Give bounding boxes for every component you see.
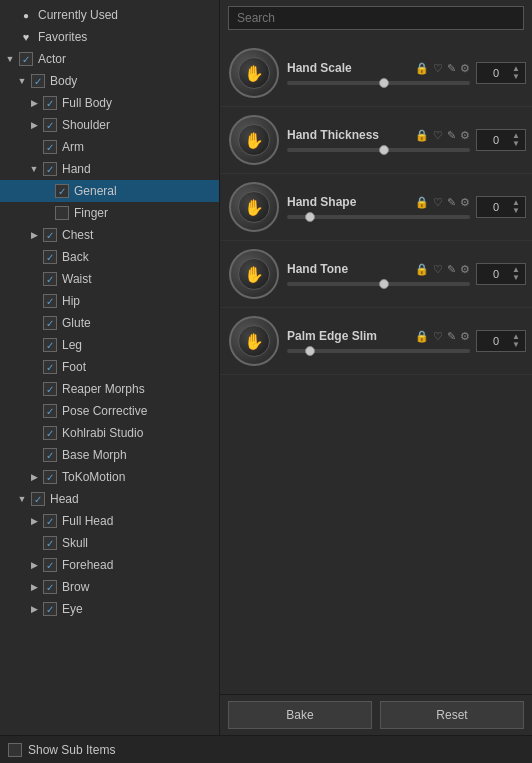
dial-hand-scale[interactable]: ✋	[226, 44, 281, 102]
checkbox-finger[interactable]	[55, 206, 69, 220]
tree-item-kohlrabi-studio[interactable]: Kohlrabi Studio	[0, 422, 219, 444]
checkbox-actor[interactable]	[19, 52, 33, 66]
value-down-hand-shape[interactable]: ▼	[511, 207, 521, 215]
reset-button[interactable]: Reset	[380, 701, 524, 729]
value-display-hand-scale[interactable]: 0▲▼	[476, 62, 526, 84]
settings-icon-palm-edge-slim[interactable]: ⚙	[460, 330, 470, 343]
tree-item-finger[interactable]: Finger	[0, 202, 219, 224]
lock-icon-palm-edge-slim[interactable]: 🔒	[415, 330, 429, 343]
slider-palm-edge-slim[interactable]	[287, 349, 470, 353]
slider-hand-shape[interactable]	[287, 215, 470, 219]
tree-item-glute[interactable]: Glute	[0, 312, 219, 334]
tree-item-back[interactable]: Back	[0, 246, 219, 268]
checkbox-base-morph[interactable]	[43, 448, 57, 462]
tree-item-hip[interactable]: Hip	[0, 290, 219, 312]
slider-thumb-palm-edge-slim[interactable]	[305, 346, 315, 356]
heart-icon-hand-scale[interactable]: ♡	[433, 62, 443, 75]
tree-item-full-head[interactable]: Full Head	[0, 510, 219, 532]
tree-item-chest[interactable]: Chest	[0, 224, 219, 246]
edit-icon-hand-tone[interactable]: ✎	[447, 263, 456, 276]
tree-item-arm[interactable]: Arm	[0, 136, 219, 158]
tree-item-head[interactable]: Head	[0, 488, 219, 510]
lock-icon-hand-scale[interactable]: 🔒	[415, 62, 429, 75]
checkbox-glute[interactable]	[43, 316, 57, 330]
dial-hand-thickness[interactable]: ✋	[226, 111, 281, 169]
checkbox-foot[interactable]	[43, 360, 57, 374]
slider-thumb-hand-scale[interactable]	[379, 78, 389, 88]
checkbox-brow[interactable]	[43, 580, 57, 594]
expand-btn-body[interactable]	[16, 75, 28, 87]
checkbox-hip[interactable]	[43, 294, 57, 308]
checkbox-kohlrabi-studio[interactable]	[43, 426, 57, 440]
tree-item-hand[interactable]: Hand	[0, 158, 219, 180]
expand-btn-head[interactable]	[16, 493, 28, 505]
checkbox-skull[interactable]	[43, 536, 57, 550]
heart-icon-hand-thickness[interactable]: ♡	[433, 129, 443, 142]
edit-icon-hand-shape[interactable]: ✎	[447, 196, 456, 209]
tree-item-waist[interactable]: Waist	[0, 268, 219, 290]
edit-icon-palm-edge-slim[interactable]: ✎	[447, 330, 456, 343]
value-display-hand-tone[interactable]: 0▲▼	[476, 263, 526, 285]
checkbox-pose-corrective[interactable]	[43, 404, 57, 418]
checkbox-shoulder[interactable]	[43, 118, 57, 132]
checkbox-general[interactable]	[55, 184, 69, 198]
slider-thumb-hand-shape[interactable]	[305, 212, 315, 222]
tree-item-eye[interactable]: Eye	[0, 598, 219, 620]
checkbox-leg[interactable]	[43, 338, 57, 352]
tree-item-foot[interactable]: Foot	[0, 356, 219, 378]
tree-item-tokoMotion[interactable]: ToKoMotion	[0, 466, 219, 488]
expand-btn-chest[interactable]	[28, 229, 40, 241]
tree-item-body[interactable]: Body	[0, 70, 219, 92]
expand-btn-forehead[interactable]	[28, 559, 40, 571]
checkbox-chest[interactable]	[43, 228, 57, 242]
slider-thumb-hand-thickness[interactable]	[379, 145, 389, 155]
checkbox-currently-used[interactable]	[19, 8, 33, 22]
checkbox-hand[interactable]	[43, 162, 57, 176]
tree-item-forehead[interactable]: Forehead	[0, 554, 219, 576]
checkbox-full-body[interactable]	[43, 96, 57, 110]
tree-item-full-body[interactable]: Full Body	[0, 92, 219, 114]
checkbox-forehead[interactable]	[43, 558, 57, 572]
expand-btn-tokoMotion[interactable]	[28, 471, 40, 483]
slider-hand-thickness[interactable]	[287, 148, 470, 152]
slider-hand-scale[interactable]	[287, 81, 470, 85]
settings-icon-hand-scale[interactable]: ⚙	[460, 62, 470, 75]
bake-button[interactable]: Bake	[228, 701, 372, 729]
value-display-palm-edge-slim[interactable]: 0▲▼	[476, 330, 526, 352]
edit-icon-hand-scale[interactable]: ✎	[447, 62, 456, 75]
checkbox-eye[interactable]	[43, 602, 57, 616]
tree-item-favorites[interactable]: Favorites	[0, 26, 219, 48]
value-down-hand-thickness[interactable]: ▼	[511, 140, 521, 148]
lock-icon-hand-shape[interactable]: 🔒	[415, 196, 429, 209]
search-input[interactable]	[228, 6, 524, 30]
slider-thumb-hand-tone[interactable]	[379, 279, 389, 289]
slider-hand-tone[interactable]	[287, 282, 470, 286]
value-down-palm-edge-slim[interactable]: ▼	[511, 341, 521, 349]
checkbox-full-head[interactable]	[43, 514, 57, 528]
expand-btn-brow[interactable]	[28, 581, 40, 593]
tree-item-currently-used[interactable]: Currently Used	[0, 4, 219, 26]
checkbox-waist[interactable]	[43, 272, 57, 286]
expand-btn-hand[interactable]	[28, 163, 40, 175]
lock-icon-hand-tone[interactable]: 🔒	[415, 263, 429, 276]
value-down-hand-tone[interactable]: ▼	[511, 274, 521, 282]
tree-item-reaper-morphs[interactable]: Reaper Morphs	[0, 378, 219, 400]
tree-item-leg[interactable]: Leg	[0, 334, 219, 356]
tree-item-brow[interactable]: Brow	[0, 576, 219, 598]
expand-btn-actor[interactable]	[4, 53, 16, 65]
expand-btn-full-head[interactable]	[28, 515, 40, 527]
checkbox-reaper-morphs[interactable]	[43, 382, 57, 396]
value-down-hand-scale[interactable]: ▼	[511, 73, 521, 81]
expand-btn-shoulder[interactable]	[28, 119, 40, 131]
checkbox-body[interactable]	[31, 74, 45, 88]
dial-palm-edge-slim[interactable]: ✋	[226, 312, 281, 370]
checkbox-back[interactable]	[43, 250, 57, 264]
value-display-hand-shape[interactable]: 0▲▼	[476, 196, 526, 218]
checkbox-head[interactable]	[31, 492, 45, 506]
tree-item-actor[interactable]: Actor	[0, 48, 219, 70]
show-sub-items-checkbox[interactable]	[8, 743, 22, 757]
checkbox-favorites[interactable]	[19, 30, 33, 44]
tree-item-base-morph[interactable]: Base Morph	[0, 444, 219, 466]
expand-btn-full-body[interactable]	[28, 97, 40, 109]
heart-icon-palm-edge-slim[interactable]: ♡	[433, 330, 443, 343]
